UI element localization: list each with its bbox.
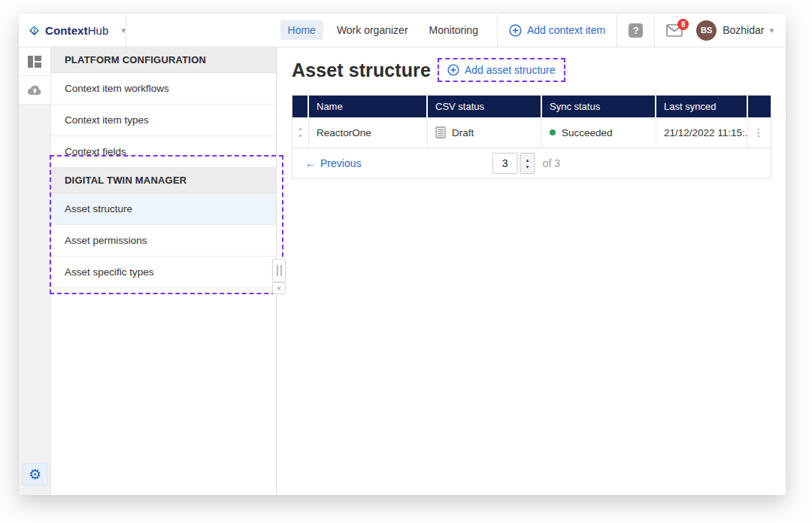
annotation-close-icon[interactable]: × xyxy=(272,282,286,294)
previous-label: Previous xyxy=(320,157,361,169)
brand-text: ContextHub xyxy=(45,24,108,37)
add-context-item-button[interactable]: Add context item xyxy=(509,24,605,37)
page-number-input[interactable] xyxy=(492,153,518,174)
top-bar: ContextHub ▾ Home Work organizer Monitor… xyxy=(19,14,786,47)
screenshot-stage: ContextHub ▾ Home Work organizer Monitor… xyxy=(0,0,812,523)
plus-circle-icon xyxy=(447,64,459,76)
annotation-resize-handle[interactable] xyxy=(272,259,286,282)
title-row: Asset structure Add asset structure xyxy=(292,58,786,82)
table-header-handle-column xyxy=(292,96,309,117)
settings-button[interactable]: ⚙ xyxy=(22,463,48,486)
table-row: ▲ ▼ ReactorOne xyxy=(292,117,771,148)
layout-view-button[interactable] xyxy=(19,47,50,76)
sync-status-text: Succeeded xyxy=(562,127,613,138)
contexthub-logo-icon xyxy=(29,23,40,38)
add-asset-structure-annotation-box: Add asset structure xyxy=(438,58,565,82)
stepper-up-icon: ▲ xyxy=(526,158,530,163)
asset-structure-table: Name CSV status Sync status Last synced … xyxy=(292,95,771,179)
plus-circle-icon xyxy=(509,24,522,37)
status-dot-icon xyxy=(550,129,556,135)
top-bar-right: Home Work organizer Monitoring Add conte… xyxy=(274,14,786,47)
upload-button[interactable] xyxy=(19,76,50,105)
add-asset-structure-button[interactable]: Add asset structure xyxy=(465,64,556,76)
table-pagination: ← Previous ▲ ▼ of 3 xyxy=(292,148,771,178)
cell-csv-status: Draft xyxy=(428,117,542,147)
table-header-row: Name CSV status Sync status Last synced xyxy=(292,96,771,117)
user-menu-chevron-down-icon[interactable]: ▾ xyxy=(769,26,774,35)
sidebar-section-platform-configuration: PLATFORM CONFIGURATION xyxy=(51,47,276,73)
user-name[interactable]: Bozhidar xyxy=(723,24,764,36)
table-header-sync-status: Sync status xyxy=(542,96,656,117)
cloud-upload-icon xyxy=(27,84,42,96)
stepper-down-icon: ▼ xyxy=(526,165,530,169)
cell-last-synced: 21/12/2022 11:15:... xyxy=(656,117,748,147)
tab-home[interactable]: Home xyxy=(280,20,323,40)
sidebar-item-context-item-types[interactable]: Context item types xyxy=(51,105,276,136)
reorder-arrows-icon: ▲ ▼ xyxy=(298,126,302,138)
tab-work-organizer[interactable]: Work organizer xyxy=(329,20,416,40)
kebab-menu-icon: ⋮ xyxy=(753,126,764,138)
csv-status-text: Draft xyxy=(452,127,474,138)
app-window: ContextHub ▾ Home Work organizer Monitor… xyxy=(19,14,786,495)
notification-badge: 8 xyxy=(677,19,689,30)
brand-text-bold: Context xyxy=(45,24,88,37)
cell-name: ReactorOne xyxy=(309,117,428,147)
divider xyxy=(617,14,617,47)
cell-sync-status: Succeeded xyxy=(542,117,656,147)
body-row: ⚙ PLATFORM CONFIGURATION Context item wo… xyxy=(19,47,786,495)
divider xyxy=(497,14,498,47)
brand-chevron-down-icon[interactable]: ▾ xyxy=(121,26,126,35)
gear-icon: ⚙ xyxy=(29,467,41,482)
page-number-stepper[interactable]: ▲ ▼ xyxy=(520,153,535,174)
sidebar-section-annotation-box: × xyxy=(50,155,283,294)
table-header-last-synced: Last synced xyxy=(656,96,748,117)
add-context-item-label: Add context item xyxy=(527,24,605,36)
tab-monitoring[interactable]: Monitoring xyxy=(422,20,486,40)
brand-logo[interactable]: ContextHub ▾ xyxy=(19,14,126,47)
main-content: Asset structure Add asset structure Name… xyxy=(277,47,786,495)
page-count-label: of 3 xyxy=(543,157,560,169)
arrow-left-icon: ← xyxy=(305,157,316,169)
divider xyxy=(654,14,655,47)
help-icon[interactable]: ? xyxy=(629,23,643,38)
page-number-control: ▲ ▼ of 3 xyxy=(492,153,560,174)
page-title: Asset structure xyxy=(292,59,431,81)
brand-text-light: Hub xyxy=(88,24,109,37)
table-header-name: Name xyxy=(309,96,428,117)
sidebar-item-context-item-workflows[interactable]: Context item workflows xyxy=(51,73,276,105)
table-header-actions-column xyxy=(748,96,769,117)
layout-grid-icon xyxy=(28,56,41,68)
row-actions-button[interactable]: ⋮ xyxy=(748,117,769,147)
arrow-down-icon: ▼ xyxy=(298,134,302,139)
row-reorder-handle[interactable]: ▲ ▼ xyxy=(292,117,309,147)
arrow-up-icon: ▲ xyxy=(298,126,302,132)
table-header-csv-status: CSV status xyxy=(428,96,542,117)
previous-page-link[interactable]: ← Previous xyxy=(305,157,361,169)
notifications-button[interactable]: 8 xyxy=(666,24,683,37)
icon-rail: ⚙ xyxy=(19,47,51,495)
document-icon xyxy=(435,126,446,138)
avatar[interactable]: BS xyxy=(696,20,717,41)
